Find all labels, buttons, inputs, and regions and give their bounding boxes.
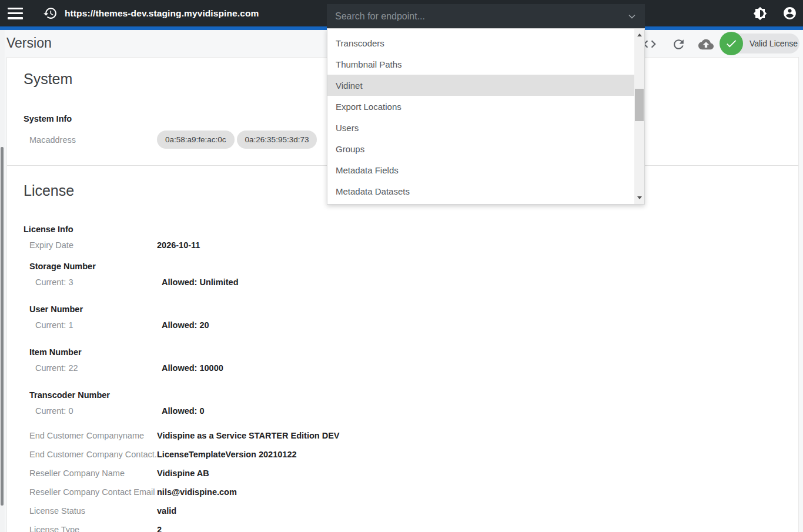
endpoint-dropdown: Transcoders Thumbnail Paths Vidinet Expo… — [327, 28, 645, 205]
detail-value: LicenseTemplateVersion 20210122 — [157, 449, 297, 460]
dropdown-item-metadata-datasets[interactable]: Metadata Datasets — [327, 180, 634, 202]
url-text: https://themes-dev.staging.myvidispine.c… — [65, 8, 259, 19]
detail-row: End Customer Companyname Vidispine as a … — [7, 430, 798, 441]
refresh-icon[interactable] — [671, 36, 686, 52]
page-scrollbar[interactable] — [0, 30, 5, 532]
dropdown-item-metadata-fields[interactable]: Metadata Fields — [327, 159, 634, 180]
account-icon-glyph — [782, 6, 797, 21]
menu-icon[interactable] — [8, 8, 23, 19]
detail-value: nils@vidispine.com — [157, 487, 237, 497]
scroll-up-icon[interactable] — [634, 30, 644, 40]
counter-title: User Number — [29, 304, 798, 314]
dropdown-item-transcoders[interactable]: Transcoders — [327, 32, 634, 53]
dropdown-item-export-locations[interactable]: Export Locations — [327, 96, 634, 117]
macaddress-chip: 0a:58:a9:fe:ac:0c — [157, 131, 235, 149]
dropdown-item-thumbnail-paths[interactable]: Thumbnail Paths — [327, 53, 634, 75]
endpoint-dropdown-items: Transcoders Thumbnail Paths Vidinet Expo… — [327, 32, 634, 202]
counter-allowed: Allowed: Unlimited — [162, 277, 239, 287]
history-icon-glyph — [43, 6, 58, 21]
dropdown-scrollbar[interactable] — [634, 29, 644, 204]
counter-row: Current: 0 Allowed: 0 — [7, 406, 798, 416]
counter-allowed: Allowed: 20 — [162, 320, 209, 330]
counter-row: Current: 3 Allowed: Unlimited — [7, 277, 798, 287]
counter-current: Current: 3 — [35, 277, 162, 287]
cloud-upload-icon[interactable] — [698, 36, 714, 52]
chevron-down-icon[interactable] — [626, 11, 638, 22]
check-icon-glyph — [725, 37, 738, 50]
topbar-actions — [752, 6, 797, 21]
counter-current: Current: 0 — [35, 406, 162, 416]
history-icon[interactable] — [42, 6, 58, 21]
counter-row: Current: 1 Allowed: 20 — [7, 320, 798, 330]
expiry-date-value: 2026-10-11 — [157, 240, 200, 250]
macaddress-label: Macaddress — [29, 135, 157, 145]
detail-row: Reseller Company Contact Email nils@vidi… — [7, 487, 798, 497]
counter-title: Storage Number — [29, 261, 798, 272]
cloud-upload-icon-glyph — [698, 36, 714, 52]
counter-title: Item Number — [29, 347, 798, 357]
account-icon[interactable] — [782, 6, 797, 21]
badge-label: Valid License — [750, 32, 797, 55]
counter-title: Transcoder Number — [29, 390, 798, 400]
check-icon — [720, 32, 743, 55]
chevron-down-glyph — [626, 11, 638, 22]
endpoint-search-input[interactable] — [327, 11, 626, 22]
detail-label: License Type — [29, 524, 157, 532]
page-title: Version — [6, 35, 52, 51]
detail-row: Reseller Company Name Vidispine AB — [7, 468, 798, 479]
detail-row: License Status valid — [7, 506, 798, 516]
license-details: End Customer Companyname Vidispine as a … — [7, 430, 798, 532]
expiry-date-label: Expiry Date — [29, 240, 157, 250]
detail-label: End Customer Company Contact... — [29, 449, 157, 460]
macaddress-chip: 0a:26:35:95:3d:73 — [237, 131, 317, 149]
detail-value: Vidispine as a Service STARTER Edition D… — [157, 430, 340, 441]
expiry-date-row: Expiry Date 2026-10-11 — [7, 240, 798, 250]
license-info-label: License Info — [24, 224, 798, 235]
theme-toggle-icon[interactable] — [752, 6, 768, 21]
detail-label: Reseller Company Name — [29, 468, 157, 479]
detail-row: License Type 2 — [7, 524, 798, 532]
dropdown-item-users[interactable]: Users — [327, 117, 634, 138]
counter-allowed: Allowed: 10000 — [162, 363, 223, 373]
detail-label: License Status — [29, 506, 157, 516]
counter-row: Current: 22 Allowed: 10000 — [7, 363, 798, 373]
counter-allowed: Allowed: 0 — [162, 406, 205, 416]
dropdown-scrollbar-thumb[interactable] — [635, 89, 644, 121]
endpoint-search — [327, 4, 645, 28]
counter-current: Current: 1 — [35, 320, 162, 330]
detail-value: valid — [157, 506, 176, 516]
detail-row: End Customer Company Contact... LicenseT… — [7, 449, 798, 460]
dropdown-item-groups[interactable]: Groups — [327, 138, 634, 159]
counter-current: Current: 22 — [35, 363, 162, 373]
theme-toggle-glyph — [753, 6, 767, 21]
page-scrollbar-thumb[interactable] — [1, 147, 4, 506]
detail-label: Reseller Company Contact Email — [29, 487, 157, 497]
dropdown-item-vidinet[interactable]: Vidinet — [327, 75, 634, 96]
screen: https://themes-dev.staging.myvidispine.c… — [0, 0, 803, 532]
detail-label: End Customer Companyname — [29, 430, 157, 441]
refresh-icon-glyph — [671, 37, 686, 52]
detail-value: 2 — [157, 524, 162, 532]
license-status-badge[interactable]: Valid License — [720, 32, 799, 55]
detail-value: Vidispine AB — [157, 468, 209, 479]
scroll-down-icon[interactable] — [634, 193, 644, 203]
